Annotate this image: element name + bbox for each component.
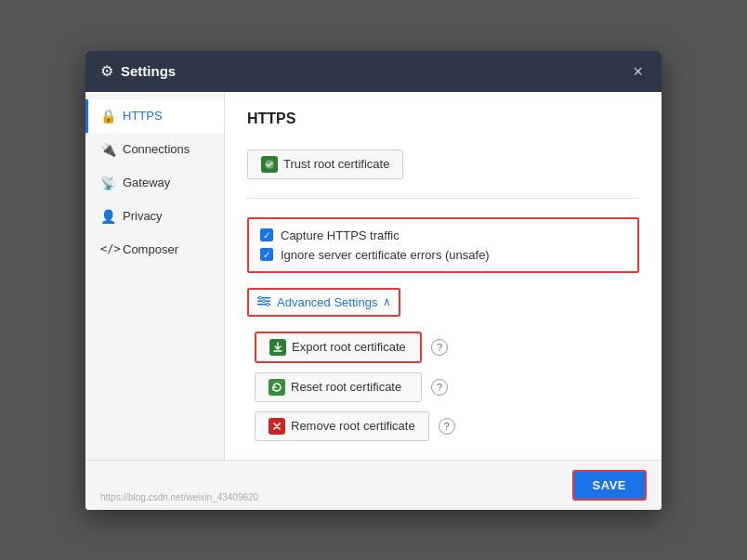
remove-action-row: Remove root certificate ? [255,411,639,441]
sidebar-label-composer: Composer [123,242,178,256]
privacy-icon: 👤 [100,209,115,224]
sidebar-label-gateway: Gateway [123,176,170,189]
sidebar-item-gateway[interactable]: 📡 Gateway [85,166,224,200]
remove-cert-label: Remove root certificate [291,419,415,433]
checkboxes-section: ✓ Capture HTTPS traffic ✓ Ignore server … [247,217,639,273]
export-help-icon[interactable]: ? [431,339,448,356]
advanced-settings-toggle[interactable]: Advanced Settings ∧ [247,288,400,317]
connections-icon: 🔌 [100,142,115,157]
composer-icon: </> [100,242,115,255]
sidebar-label-connections: Connections [123,142,190,156]
main-content: HTTPS Trust root certificate ✓ [225,92,662,460]
reset-cert-label: Reset root certificate [291,380,401,394]
advanced-section: Export root certificate ? Reset root c [247,332,639,441]
titlebar: ⚙ Settings × [85,51,662,92]
sidebar: 🔒 HTTPS 🔌 Connections 📡 Gateway 👤 Privac… [85,92,225,460]
capture-https-label: Capture HTTPS traffic [281,228,400,242]
capture-https-checkbox[interactable]: ✓ Capture HTTPS traffic [260,228,626,242]
ignore-errors-label: Ignore server certificate errors (unsafe… [281,248,490,262]
svg-point-5 [263,299,266,302]
export-cert-label: Export root certificate [292,340,406,354]
advanced-settings-icon [256,293,271,311]
reset-cert-icon [269,379,285,396]
save-button[interactable]: SAVE [572,470,647,501]
remove-cert-icon [269,418,285,435]
watermark: https://blog.csdn.net/weixin_43409620 [100,492,258,502]
advanced-settings-label: Advanced Settings [277,295,377,309]
gateway-icon: 📡 [100,176,115,190]
ignore-errors-checkbox[interactable]: ✓ Ignore server certificate errors (unsa… [260,248,626,262]
dialog-title: Settings [121,63,622,79]
sidebar-item-composer[interactable]: </> Composer [85,233,224,266]
trust-cert-label: Trust root certificate [283,157,389,171]
ignore-errors-checkmark: ✓ [260,248,273,261]
export-cert-icon [269,339,286,356]
page-title: HTTPS [247,111,639,127]
export-action-row: Export root certificate ? [255,332,639,363]
https-icon: 🔒 [100,109,115,124]
export-cert-button[interactable]: Export root certificate [255,332,422,363]
sidebar-item-privacy[interactable]: 👤 Privacy [85,200,224,233]
trust-cert-icon [261,156,278,173]
settings-dialog: ⚙ Settings × 🔒 HTTPS 🔌 Connections 📡 Gat… [85,51,662,510]
dialog-body: 🔒 HTTPS 🔌 Connections 📡 Gateway 👤 Privac… [85,92,662,460]
remove-cert-button[interactable]: Remove root certificate [255,411,429,441]
remove-help-icon[interactable]: ? [439,418,455,435]
trust-cert-button[interactable]: Trust root certificate [247,150,403,179]
sidebar-item-connections[interactable]: 🔌 Connections [85,133,224,166]
reset-help-icon[interactable]: ? [431,379,448,396]
capture-https-checkmark: ✓ [260,228,273,241]
svg-point-6 [267,303,269,306]
dialog-footer: https://blog.csdn.net/weixin_43409620 SA… [85,460,662,510]
sidebar-item-https[interactable]: 🔒 HTTPS [85,99,224,133]
settings-icon: ⚙ [100,62,113,80]
reset-action-row: Reset root certificate ? [255,372,639,402]
svg-point-4 [259,296,262,299]
reset-cert-button[interactable]: Reset root certificate [255,372,422,402]
close-button[interactable]: × [629,61,647,82]
separator-1 [247,198,639,199]
sidebar-label-https: HTTPS [123,109,163,123]
chevron-up-icon: ∧ [383,295,391,308]
sidebar-label-privacy: Privacy [123,209,163,223]
